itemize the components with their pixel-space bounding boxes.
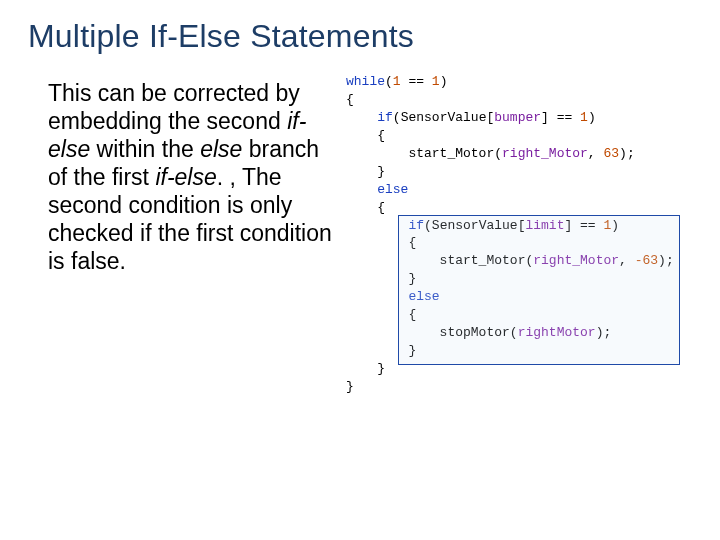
code-kw-else: else (377, 182, 408, 197)
code-brace: { (346, 200, 385, 215)
code-indent (346, 110, 377, 125)
code-tok: start_Motor( (346, 253, 533, 268)
body-italic-ifelse-2: if-else (155, 164, 216, 190)
code-indent (346, 289, 408, 304)
code-num: 1 (580, 110, 588, 125)
code-tok: ) (588, 110, 596, 125)
code-tok: ] == (564, 218, 603, 233)
code-kw-else: else (408, 289, 439, 304)
highlight-box-nested-ifelse (398, 215, 680, 365)
slide-title: Multiple If-Else Statements (28, 18, 692, 55)
code-tok: , (619, 253, 635, 268)
code-tok: stopMotor( (346, 325, 518, 340)
code-tok: ); (596, 325, 612, 340)
code-brace: { (346, 235, 416, 250)
code-kw-if: if (377, 110, 393, 125)
code-indent (346, 182, 377, 197)
code-num: 63 (603, 146, 619, 161)
code-brace: } (346, 164, 385, 179)
code-brace: } (346, 361, 385, 376)
code-tok: ( (385, 74, 393, 89)
code-kw-if: if (408, 218, 424, 233)
body-text: This can be corrected by embedding the s… (28, 73, 338, 275)
code-tok: ] == (541, 110, 580, 125)
code-brace: { (346, 128, 385, 143)
body-seg: This can be corrected by embedding the s… (48, 80, 300, 134)
code-brace: { (346, 92, 354, 107)
code-block-wrap: while(1 == 1) { if(SensorValue[bumper] =… (346, 73, 674, 414)
code-tok: (SensorValue[ (393, 110, 494, 125)
code-tok: ) (440, 74, 448, 89)
code-num: -63 (635, 253, 658, 268)
code-indent (346, 218, 408, 233)
code-block: while(1 == 1) { if(SensorValue[bumper] =… (346, 73, 674, 414)
code-ident-rightmotor: rightMotor (518, 325, 596, 340)
body-seg: within the (90, 136, 200, 162)
code-brace: { (346, 307, 416, 322)
code-tok: ) (611, 218, 619, 233)
code-ident-limit: limit (525, 218, 564, 233)
code-num: 1 (432, 74, 440, 89)
code-brace: } (346, 379, 354, 394)
content-row: This can be corrected by embedding the s… (28, 73, 692, 414)
code-tok: , (588, 146, 604, 161)
code-tok: == (401, 74, 432, 89)
code-ident-rightmotor: right_Motor (502, 146, 588, 161)
code-num: 1 (393, 74, 401, 89)
slide: Multiple If-Else Statements This can be … (0, 0, 720, 540)
body-italic-else: else (200, 136, 242, 162)
code-tok: ); (658, 253, 674, 268)
code-brace: } (346, 343, 416, 358)
code-tok: start_Motor( (346, 146, 502, 161)
code-ident-rightmotor: right_Motor (533, 253, 619, 268)
code-tok: ); (619, 146, 635, 161)
code-brace: } (346, 271, 416, 286)
code-ident-bumper: bumper (494, 110, 541, 125)
code-kw-while: while (346, 74, 385, 89)
code-tok: (SensorValue[ (424, 218, 525, 233)
